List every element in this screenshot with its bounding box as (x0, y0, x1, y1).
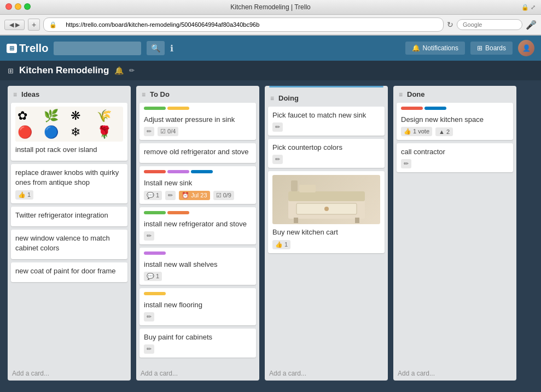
label-yellow (167, 107, 189, 110)
ideas-add-card[interactable]: Add a card... (8, 366, 131, 381)
card-meta: ✏ ☑ 0/4 (144, 127, 252, 136)
boards-icon: ⊞ (477, 44, 482, 52)
card-title: Twitter refrigerator integration (15, 210, 123, 220)
board-title: Kitchen Remodeling (19, 65, 109, 76)
microphone-button[interactable]: 🎤 (526, 20, 537, 30)
window-controls[interactable] (5, 3, 31, 10)
list-done: ≡ Done Design new kitchen space 👍 1 vote… (393, 86, 516, 381)
doing-add-card[interactable]: Add a card... (265, 366, 388, 381)
card-wall-shelves[interactable]: install new wall shelves 💬 1 (139, 248, 256, 285)
kitchen-cart-image (272, 175, 380, 224)
url-input[interactable] (60, 20, 438, 30)
card-remove-fridge[interactable]: remove old refrigerator and stove (139, 143, 256, 163)
card-install-sink[interactable]: Install new sink 💬 1 ✏ ⏰ Jul 23 ☑ 0/9 (139, 166, 256, 203)
card-buy-paint[interactable]: Buy paint for cabinets ✏ (139, 329, 256, 358)
edit-badge: ✏ (272, 155, 283, 164)
bell-icon: 🔔 (412, 44, 420, 52)
card-title: remove old refrigerator and stove (144, 147, 252, 157)
svg-rect-7 (291, 180, 298, 191)
card-title: install new flooring (144, 300, 252, 310)
card-drawer-knobs[interactable]: replace drawer knobs with quirky ones fr… (11, 164, 127, 203)
label-green (144, 107, 166, 110)
list-done-cards: Design new kitchen space 👍 1 vote ▲ 2 ca… (393, 103, 516, 366)
user-avatar[interactable]: 👤 (518, 40, 534, 56)
card-call-contractor[interactable]: call contractor ✏ (397, 143, 513, 172)
card-kitchen-cart[interactable]: Buy new kitchen cart 👍 1 (268, 171, 385, 253)
avatar-initials: 👤 (522, 44, 531, 52)
list-doing-title: Doing (278, 94, 299, 102)
card-title: Install new sink (144, 178, 252, 188)
due-badge: ⏰ Jul 23 (179, 191, 210, 200)
vote-badge: 👍 1 (15, 190, 33, 200)
card-meta: ✏ (272, 155, 380, 164)
browser-search-input[interactable] (457, 19, 522, 30)
comment-badge: 💬 1 (144, 191, 162, 200)
maximize-button[interactable] (24, 3, 31, 10)
card-design-kitchen[interactable]: Design new kitchen space 👍 1 vote ▲ 2 (397, 103, 513, 140)
title-bar: Kitchen Remodeling | Trello 🔒 ⤢ (0, 0, 541, 15)
card-meta: ✏ (272, 122, 380, 132)
board-bell-icon[interactable]: 🔔 (114, 66, 124, 75)
edit-badge: ✏ (272, 122, 283, 132)
knobs-image: ✿ 🌿 ❋ 🌾 🔴 🔵 ❄ 🌹 (15, 107, 123, 142)
trello-logo: ⊞ Trello (7, 42, 48, 55)
card-paint-door[interactable]: new coat of paint for door frame (11, 262, 127, 282)
label-orange (167, 211, 189, 214)
list-ideas-cards: ✿ 🌿 ❋ 🌾 🔴 🔵 ❄ 🌹 install pot rack over is… (8, 103, 131, 366)
window-chrome: Kitchen Remodeling | Trello 🔒 ⤢ ◀ ▶ + 🔒 … (0, 0, 541, 36)
card-title: Design new kitchen space (401, 115, 509, 125)
card-twitter-fridge[interactable]: Twitter refrigerator integration (11, 207, 127, 226)
label-blue (191, 170, 213, 173)
vote-count: ▲ 2 (435, 127, 453, 136)
back-button[interactable]: ◀ ▶ (4, 20, 25, 30)
card-adjust-water[interactable]: Adjust water pressure in sink ✏ ☑ 0/4 (139, 103, 256, 140)
list-doing: ≡ Doing Pick faucet to match new sink ✏ … (265, 86, 388, 381)
notifications-button[interactable]: 🔔 Notifications (405, 42, 465, 55)
svg-rect-1 (288, 191, 365, 201)
card-labels (144, 292, 252, 297)
header-search-button[interactable]: 🔍 (147, 41, 165, 55)
card-install-pot-rack[interactable]: ✿ 🌿 ❋ 🌾 🔴 🔵 ❄ 🌹 install pot rack over is… (11, 103, 127, 161)
card-title: install pot rack over island (15, 145, 123, 155)
new-tab-button[interactable]: + (28, 19, 40, 31)
label-blue (424, 107, 446, 110)
list-ideas-header: ≡ Ideas (8, 86, 131, 103)
list-ideas: ≡ Ideas ✿ 🌿 ❋ 🌾 🔴 🔵 ❄ 🌹 install pot rack… (8, 86, 131, 381)
card-title: Buy new kitchen cart (272, 227, 380, 237)
edit-badge: ✏ (144, 127, 154, 136)
card-new-flooring[interactable]: install new flooring ✏ (139, 288, 256, 325)
card-pick-faucet[interactable]: Pick faucet to match new sink ✏ (268, 107, 385, 136)
card-meta: ✏ (144, 231, 252, 241)
refresh-button[interactable]: ↻ (447, 20, 453, 29)
card-window-valence[interactable]: new window valence to match cabinet colo… (11, 230, 127, 259)
todo-add-card[interactable]: Add a card... (136, 366, 259, 381)
card-new-fridge[interactable]: install new refrigerator and stove ✏ (139, 207, 256, 244)
close-button[interactable] (5, 3, 12, 10)
window-title: Kitchen Remodeling | Trello (230, 3, 311, 11)
card-meta: ✏ (144, 344, 252, 354)
card-meta: 👍 1 (272, 240, 380, 249)
done-add-card[interactable]: Add a card... (393, 366, 516, 381)
info-button[interactable]: ℹ (170, 43, 173, 54)
edit-badge: ✏ (165, 191, 176, 200)
app-header: ⊞ Trello 🔍 ℹ 🔔 Notifications ⊞ Boards 👤 (0, 36, 541, 61)
card-title: Adjust water pressure in sink (144, 115, 252, 125)
card-title: Pick countertop colors (272, 143, 380, 153)
header-search-input[interactable] (54, 42, 141, 55)
board-edit-icon[interactable]: ✏ (129, 67, 135, 74)
board-content: ≡ Ideas ✿ 🌿 ❋ 🌾 🔴 🔵 ❄ 🌹 install pot rack… (0, 80, 541, 386)
minimize-button[interactable] (15, 3, 21, 10)
card-title: call contractor (401, 147, 509, 157)
vote-badge: 👍 1 vote (401, 127, 432, 136)
boards-button[interactable]: ⊞ Boards (470, 42, 513, 55)
card-labels (144, 107, 252, 112)
card-countertop-colors[interactable]: Pick countertop colors ✏ (268, 139, 385, 168)
checklist-badge: ☑ 0/9 (213, 191, 234, 200)
doing-color-bar (269, 86, 383, 87)
card-meta: ✏ (144, 312, 252, 321)
list-todo: ≡ To Do Adjust water pressure in sink ✏ … (136, 86, 259, 381)
svg-point-3 (324, 207, 329, 211)
list-handle-icon: ≡ (142, 91, 146, 98)
card-title: Pick faucet to match new sink (272, 110, 380, 120)
edit-badge: ✏ (144, 312, 154, 321)
